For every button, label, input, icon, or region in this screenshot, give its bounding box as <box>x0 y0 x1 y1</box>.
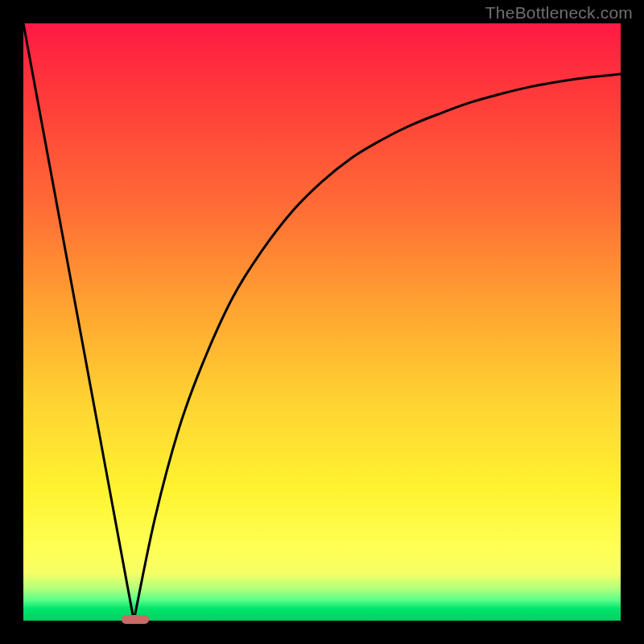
watermark-text: TheBottleneck.com <box>485 3 633 23</box>
plot-area <box>23 23 621 621</box>
optimal-range-marker <box>122 615 148 624</box>
chart-frame: TheBottleneck.com <box>0 0 644 644</box>
bottleneck-curve <box>23 23 621 621</box>
